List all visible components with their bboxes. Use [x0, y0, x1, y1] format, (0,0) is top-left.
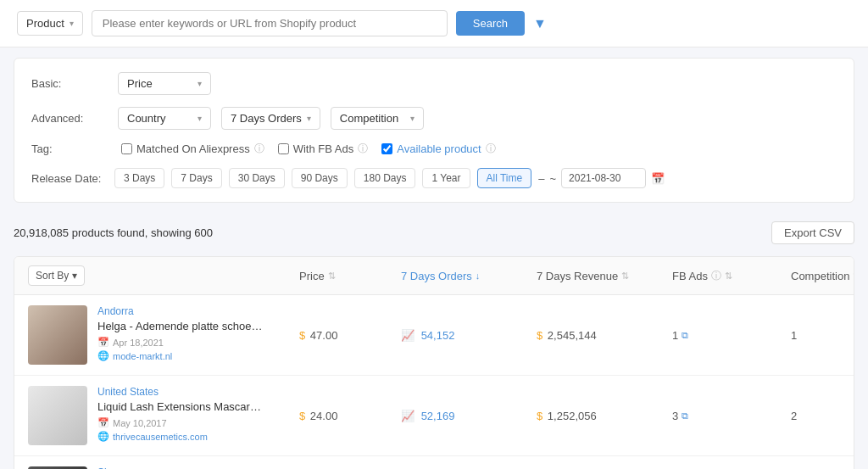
advanced-filter-row: Advanced: Country ▾ 7 Days Orders ▾ Comp…: [31, 107, 837, 130]
competition-value: Competition: [340, 112, 398, 125]
product-store-1: 🌐 mode-markt.nl: [97, 350, 299, 361]
calendar-icon[interactable]: 📅: [651, 172, 665, 185]
product-date-2: 📅 May 10,2017: [97, 417, 299, 428]
product-name-1[interactable]: Helga - Ademende platte schoenen: [97, 320, 267, 332]
sort-by-wrapper: Sort By ▾: [28, 265, 299, 286]
date-range: – ~ 📅: [538, 168, 665, 188]
results-text: 20,918,085 products found, showing 600: [14, 226, 213, 239]
with-fb-ads-checkbox[interactable]: With FB Ads ⓘ: [278, 142, 369, 156]
date-end-input[interactable]: [561, 168, 646, 188]
country-select[interactable]: Country ▾: [118, 107, 211, 130]
revenue-dollar-icon-1: $: [537, 329, 542, 342]
price-dollar-icon-2: $: [299, 410, 305, 422]
matched-aliexpress-info-icon[interactable]: ⓘ: [254, 142, 264, 156]
release-date-row: Release Date: 3 Days 7 Days 30 Days 90 D…: [31, 168, 837, 188]
fbads-sort-icon[interactable]: ⇅: [725, 271, 732, 282]
product-info-2: United States Liquid Lash Extensions Mas…: [97, 386, 299, 444]
matched-aliexpress-input[interactable]: [121, 143, 132, 154]
with-fb-ads-input[interactable]: [278, 143, 289, 154]
with-fb-ads-info-icon[interactable]: ⓘ: [358, 142, 368, 156]
product-image-2: [28, 386, 87, 445]
available-product-input[interactable]: [381, 143, 392, 154]
trending-icon-1: 📈: [401, 329, 415, 342]
country-chevron-icon: ▾: [198, 114, 202, 123]
trending-icon-2: 📈: [401, 410, 415, 422]
product-label: Product: [26, 17, 64, 30]
date-1year[interactable]: 1 Year: [422, 168, 470, 188]
competition-cell-1: 1: [791, 329, 854, 342]
date-separator: –: [538, 172, 544, 185]
fbads-link-icon-1[interactable]: ⧉: [682, 330, 688, 341]
price-cell-1: $ 47.00: [299, 329, 401, 342]
product-image-1: [28, 305, 87, 365]
product-country-1[interactable]: Andorra: [97, 305, 299, 317]
price-dollar-icon-1: $: [299, 329, 305, 342]
matched-aliexpress-checkbox[interactable]: Matched On Aliexpress ⓘ: [121, 142, 264, 156]
price-cell-2: $ 24.00: [299, 410, 401, 422]
product-table: Sort By ▾ Price ⇅ 7 Days Orders ↓ 7 Days…: [14, 256, 854, 469]
basic-label: Basic:: [31, 77, 108, 90]
orders-cell-2: 📈 52,169: [401, 410, 537, 422]
advanced-label: Advanced:: [31, 112, 108, 125]
tag-label: Tag:: [31, 142, 108, 155]
revenue-sort-icon[interactable]: ⇅: [621, 271, 629, 282]
price-sort-icon[interactable]: ⇅: [328, 271, 336, 282]
product-chevron-icon: ▾: [70, 19, 74, 28]
export-csv-button[interactable]: Export CSV: [771, 221, 854, 244]
sort-by-label: Sort By: [36, 270, 69, 282]
table-row: Andorra Helga - Ademende platte schoenen…: [14, 295, 854, 376]
price-chevron-icon: ▾: [198, 79, 202, 88]
calendar-meta-icon-2: 📅: [97, 417, 109, 428]
days-orders-chevron-icon: ▾: [307, 114, 311, 123]
product-select[interactable]: Product ▾: [17, 11, 83, 36]
results-showing-label: products found, showing: [72, 226, 192, 239]
date-range-separator2: ~: [549, 172, 556, 185]
competition-sort-icon[interactable]: ⇅: [853, 271, 854, 282]
search-input[interactable]: [92, 10, 448, 36]
product-name-2[interactable]: Liquid Lash Extensions Mascara™: [97, 400, 267, 413]
product-store-2: 🌐 thrivecausemetics.com: [97, 431, 299, 442]
date-180days[interactable]: 180 Days: [354, 168, 416, 188]
days-orders-select[interactable]: 7 Days Orders ▾: [221, 107, 320, 130]
competition-select[interactable]: Competition ▾: [331, 107, 424, 130]
product-country-2[interactable]: United States: [97, 386, 299, 398]
col-price: Price ⇅: [299, 270, 401, 282]
price-value: Price: [127, 77, 153, 90]
date-30days[interactable]: 30 Days: [229, 168, 285, 188]
orders-sort-icon[interactable]: ↓: [476, 271, 481, 281]
filter-icon[interactable]: ▼: [533, 16, 547, 31]
available-product-info-icon[interactable]: ⓘ: [486, 142, 496, 156]
results-count: 20,918,085: [14, 226, 69, 239]
date-alltime[interactable]: All Time: [477, 168, 532, 188]
date-7days[interactable]: 7 Days: [171, 168, 221, 188]
col-revenue: 7 Days Revenue ⇅: [537, 270, 672, 282]
filter-panel: Basic: Price ▾ Advanced: Country ▾ 7 Day…: [14, 58, 854, 203]
competition-chevron-icon: ▾: [410, 114, 415, 123]
store-icon-1: 🌐: [97, 350, 109, 361]
table-header: Sort By ▾ Price ⇅ 7 Days Orders ↓ 7 Days…: [14, 257, 854, 295]
search-button[interactable]: Search: [456, 11, 525, 36]
available-product-checkbox[interactable]: Available product ⓘ: [381, 142, 496, 156]
revenue-cell-1: $ 2,545,144: [537, 329, 672, 342]
fbads-link-icon-2[interactable]: ⧉: [682, 410, 688, 422]
product-cell-1: Andorra Helga - Ademende platte schoenen…: [28, 305, 299, 365]
product-date-1: 📅 Apr 18,2021: [97, 337, 299, 348]
calendar-meta-icon-1: 📅: [97, 337, 109, 348]
fbads-info-icon[interactable]: ⓘ: [711, 269, 721, 283]
date-90days[interactable]: 90 Days: [292, 168, 348, 188]
sort-by-chevron-icon: ▾: [72, 270, 77, 282]
country-value: Country: [127, 112, 166, 125]
price-select[interactable]: Price ▾: [118, 72, 211, 95]
days-orders-value: 7 Days Orders: [231, 112, 302, 125]
sort-by-select[interactable]: Sort By ▾: [28, 265, 85, 286]
results-showing-count: 600: [194, 226, 213, 239]
with-fb-ads-label: With FB Ads: [293, 142, 354, 155]
tag-filter-row: Tag: Matched On Aliexpress ⓘ With FB Ads…: [31, 142, 837, 156]
table-row: Singapore Raffecycle™ Professional Mount…: [14, 456, 854, 469]
store-icon-2: 🌐: [97, 431, 109, 442]
product-cell-2: United States Liquid Lash Extensions Mas…: [28, 386, 299, 445]
date-3days[interactable]: 3 Days: [114, 168, 164, 188]
competition-cell-2: 2: [791, 410, 854, 422]
col-orders: 7 Days Orders ↓: [401, 270, 537, 282]
revenue-dollar-icon-2: $: [537, 410, 542, 422]
